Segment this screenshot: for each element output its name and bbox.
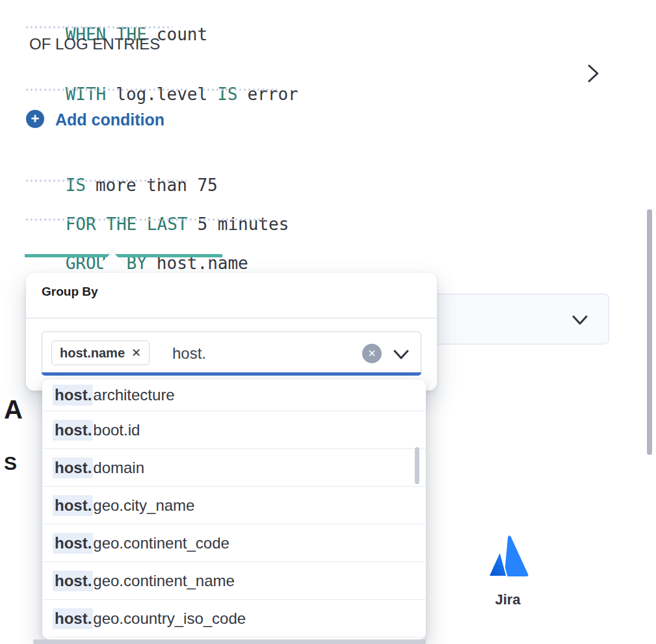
combobox-focus-underline [42,372,421,376]
option-rest: architecture [93,386,174,404]
option-host-domain[interactable]: host.domain [42,449,426,487]
option-rest: geo.city_name [93,496,194,515]
groupby-search-input[interactable] [172,341,335,366]
option-match: host. [53,608,93,629]
option-host-geo-continent-code[interactable]: host.geo.continent_code [42,524,426,562]
pill-label: host.name [60,346,125,361]
is-keyword: IS [66,175,86,195]
option-match: host. [53,385,93,406]
for-the-last-keyword: FOR THE LAST [66,214,188,234]
threshold-value[interactable]: more than 75 [96,175,218,195]
jira-connector-card[interactable]: Jira [486,534,529,608]
groupby-popover: Group By host.name ✕ ✕ [26,273,437,391]
option-rest: geo.continent_name [93,572,235,590]
rule-expression-screen: WHEN THEcount OF LOG ENTRIES WITHlog.lev… [0,0,656,644]
with-keyword: WITH [66,84,107,104]
groupby-active-underline [25,254,222,257]
option-host-geo-country-iso-code[interactable]: host.geo.country_iso_code [42,600,426,638]
option-match: host. [53,457,93,478]
dotted-underline [25,88,189,91]
dotted-underline [25,26,172,29]
popover-divider [26,318,437,318]
option-rest: geo.country_iso_code [93,610,246,628]
option-match: host. [53,495,93,516]
option-host-architecture[interactable]: host.architecture [42,380,426,411]
popover-title: Group By [42,285,98,299]
timewindow-value[interactable]: 5 minutes [197,214,289,234]
with-operator: IS [217,84,237,104]
option-host-geo-continent-name[interactable]: host.geo.continent_name [42,562,426,600]
dotted-underline [202,88,277,91]
jira-logo-icon [486,534,529,577]
option-match: host. [53,571,93,591]
chevron-right-icon[interactable] [583,63,603,84]
option-host-geo-city-name[interactable]: host.geo.city_name [42,487,426,524]
field-options-dropdown: host.architecture host.boot.id host.doma… [42,380,426,639]
hidden-subheading-fragment: S [4,452,17,474]
add-condition-button[interactable]: Add condition [55,110,164,129]
clear-selection-icon[interactable]: ✕ [362,344,382,363]
with-value[interactable]: error [247,84,298,104]
option-rest: boot.id [93,421,140,439]
expression-when[interactable]: WHEN THEcount [25,5,207,64]
option-host-boot-id[interactable]: host.boot.id [42,411,426,449]
option-rest: geo.continent_code [93,534,230,552]
page-scrollbar-thumb[interactable] [647,209,652,455]
groupby-combobox[interactable]: host.name ✕ ✕ [42,331,421,375]
option-rest: domain [93,459,144,477]
chevron-down-icon[interactable] [392,347,410,361]
option-match: host. [53,533,93,554]
option-match: host. [53,420,93,441]
dotted-underline [25,218,267,221]
with-field[interactable]: log.level [116,84,207,104]
plus-circle-icon[interactable]: + [26,110,44,128]
jira-label: Jira [486,591,529,608]
dropdown-bottom-edge [33,639,426,644]
selected-field-pill: host.name ✕ [51,341,150,365]
chevron-down-icon [570,311,590,329]
hidden-heading-fragment: A [4,395,23,424]
dotted-underline [25,179,187,182]
dropdown-scrollbar-thumb[interactable] [415,447,419,484]
pill-remove-icon[interactable]: ✕ [131,346,141,360]
of-log-entries-label: OF LOG ENTRIES [29,35,160,53]
